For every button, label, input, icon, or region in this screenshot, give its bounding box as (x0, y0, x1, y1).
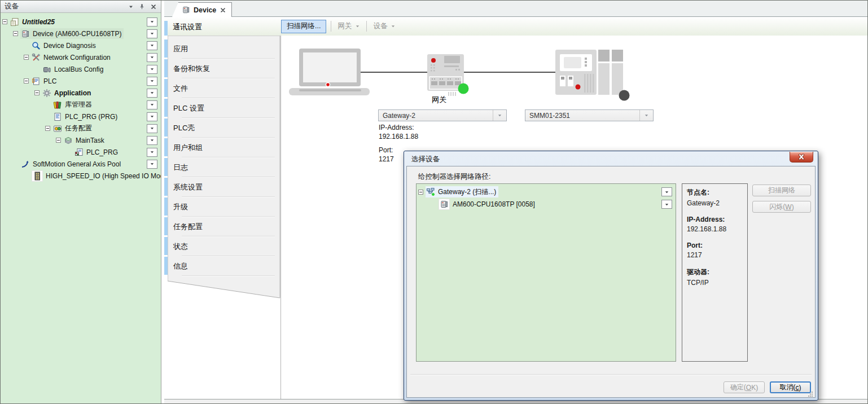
menu-item-accent (164, 99, 168, 117)
info-pair: Port: 1217 (687, 241, 743, 259)
ok-button[interactable]: 确定(OK) (724, 381, 765, 393)
devices-panel: 设备 Untitled25 Device (AM600-CPU1608TP) D… (1, 1, 161, 403)
tree-item[interactable]: PLC_PRG (PRG) (1, 111, 161, 122)
menu-item[interactable]: 信息 (164, 256, 280, 276)
tree-item[interactable]: SoftMotion General Axis Pool (1, 158, 161, 170)
menu-item[interactable]: 文件 (164, 78, 280, 98)
tree-item[interactable]: Untitled25 (1, 16, 161, 28)
project-selector-dropdown[interactable] (147, 89, 157, 98)
menu-item[interactable]: 升级 (164, 197, 280, 217)
scan-network-button[interactable]: 扫描网络... (281, 20, 326, 33)
device-menu-button[interactable]: 设备 (371, 21, 397, 31)
tree-item[interactable]: 任务配置 (1, 122, 161, 134)
project-selector-dropdown[interactable] (147, 160, 157, 169)
node-info-panel: 节点名: Gateway-2 IP-Address: 192.168.1.88 … (682, 183, 748, 362)
menu-item[interactable]: 任务配置 (164, 217, 280, 236)
dialog-scan-network-button[interactable]: 扫描网络 (752, 185, 811, 196)
menu-item[interactable]: 状态 (164, 236, 280, 256)
tab-close-icon[interactable] (220, 7, 226, 14)
tree-item[interactable]: PLC_PRG (1, 146, 161, 158)
expander-minus-icon[interactable] (34, 90, 40, 95)
menu-item[interactable]: 用户和组 (164, 138, 280, 157)
plc-device-icon (555, 50, 630, 101)
expander-minus-icon[interactable] (418, 190, 423, 195)
project-icon (10, 17, 19, 27)
gateway-select[interactable]: Gateway-2 (378, 109, 507, 121)
project-selector-dropdown[interactable] (661, 187, 672, 196)
menu-item-accent (164, 257, 168, 275)
menu-item[interactable]: 应用 (164, 39, 280, 59)
menu-item[interactable]: 系统设置 (164, 177, 280, 197)
gateway-caption: 网关 (432, 95, 446, 104)
toolbar-separator (366, 21, 367, 32)
editor-tabstrip: Device (164, 1, 867, 17)
menu-item[interactable]: 日志 (164, 157, 280, 177)
gateway-node-icon (426, 187, 435, 196)
tree-item[interactable]: Device (AM600-CPU1608TP) (1, 28, 161, 39)
dialog-tree-item[interactable]: AM600-CPU1608TP [0058] (417, 198, 676, 210)
tree-item[interactable]: PLC (1, 75, 161, 87)
expander-minus-icon[interactable] (2, 19, 7, 24)
diagnosis-icon (32, 41, 41, 50)
project-selector-dropdown[interactable] (147, 112, 157, 121)
dialog-body: 给控制器选择网络路径: Gateway-2 (扫描...) AM600-CPU1… (406, 166, 816, 398)
maintask-icon (64, 136, 73, 145)
gateway-menu-button[interactable]: 网关 (336, 21, 362, 31)
selected-page-accent (164, 21, 168, 36)
tree-item[interactable]: HIGH_SPEED_IO (High Speed IO Module) (1, 170, 161, 182)
tab-device[interactable]: Device (172, 2, 232, 17)
chevron-down-icon[interactable] (493, 110, 502, 121)
project-selector-dropdown[interactable] (147, 136, 157, 145)
tree-item[interactable]: Application (1, 87, 161, 99)
prg-icon (53, 112, 62, 121)
menu-item[interactable]: 备份和恢复 (164, 59, 280, 78)
dialog-wink-button[interactable]: 闪烁(W) (752, 201, 811, 213)
project-selector-dropdown[interactable] (147, 17, 157, 27)
project-selector-dropdown[interactable] (147, 65, 157, 74)
chevron-down-icon[interactable] (639, 110, 649, 121)
info-pair: 驱动器: TCP/IP (687, 267, 743, 287)
tree-item[interactable]: Network Configuration (1, 51, 161, 63)
dialog-close-button[interactable] (790, 152, 813, 163)
menu-item-accent (164, 217, 168, 235)
panel-dropdown-button[interactable] (127, 3, 134, 10)
softmotion-icon (21, 160, 30, 169)
project-selector-dropdown[interactable] (147, 148, 157, 157)
expander-minus-icon[interactable] (45, 126, 50, 131)
panel-close-button[interactable] (150, 3, 157, 10)
close-x-icon (220, 7, 226, 13)
application-icon (42, 89, 51, 98)
tree-item[interactable]: MainTask (1, 134, 161, 146)
close-x-icon (151, 4, 156, 10)
project-selector-dropdown[interactable] (147, 100, 157, 109)
resize-grip-icon[interactable] (808, 390, 813, 396)
menu-item[interactable]: PLC壳 (164, 118, 280, 138)
expander-minus-icon[interactable] (13, 31, 18, 36)
expander-minus-icon[interactable] (24, 78, 29, 84)
expander-minus-icon[interactable] (24, 55, 29, 60)
tree-item[interactable]: LocalBus Config (1, 63, 161, 75)
project-selector-dropdown[interactable] (661, 200, 672, 209)
project-selector-dropdown[interactable] (147, 53, 157, 62)
page-menu: 应用 备份和恢复 文件 PLC 设置 PLC壳 用户和组 日志 系统设置 升级 … (164, 39, 280, 276)
target-device-select[interactable]: SMM01-2351 (525, 109, 654, 121)
cancel-button[interactable]: 取消(c) (770, 381, 811, 393)
network-diagram: 网关 (286, 46, 639, 109)
menu-item[interactable]: PLC 设置 (164, 98, 280, 118)
close-white-icon (797, 153, 805, 160)
dialog-tree-item[interactable]: Gateway-2 (扫描...) (417, 186, 676, 198)
ip-address-readout: IP-Address: 192.168.1.88 (379, 123, 418, 141)
info-pair: 节点名: Gateway-2 (687, 188, 743, 207)
menu-item-accent (164, 138, 168, 156)
project-selector-dropdown[interactable] (147, 77, 157, 86)
menu-item-accent (164, 118, 168, 137)
tree-item[interactable]: 库管理器 (1, 99, 161, 111)
pin-icon (139, 3, 145, 10)
expander-minus-icon[interactable] (56, 138, 61, 143)
project-selector-dropdown[interactable] (147, 29, 157, 38)
tree-item[interactable]: Device Diagnosis (1, 39, 161, 51)
panel-pin-button[interactable] (138, 3, 146, 10)
project-selector-dropdown[interactable] (147, 124, 157, 133)
project-selector-dropdown[interactable] (147, 41, 157, 50)
devices-panel-header: 设备 (1, 1, 161, 13)
